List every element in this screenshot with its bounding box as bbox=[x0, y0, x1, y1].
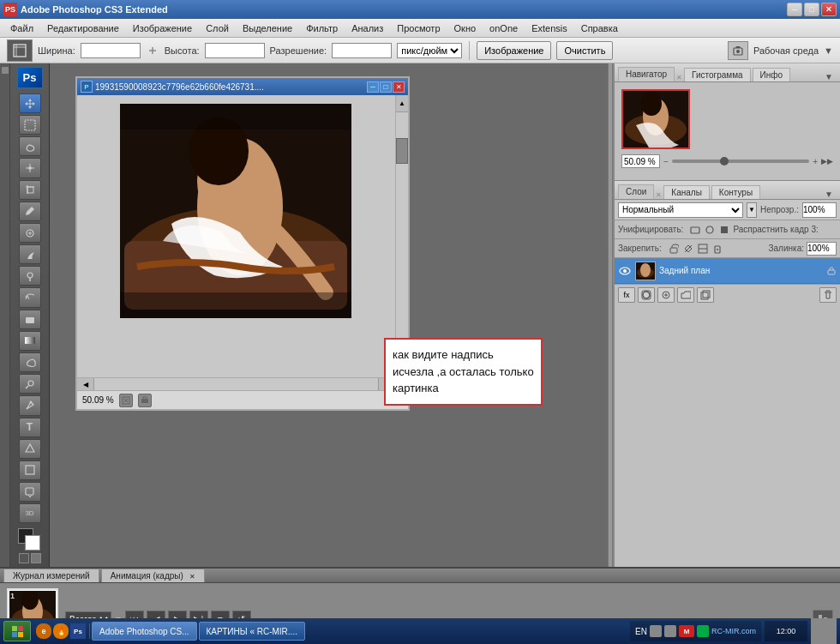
opacity-input[interactable] bbox=[802, 202, 837, 218]
layer-item-background[interactable]: Задний план bbox=[615, 258, 840, 284]
fill-input[interactable] bbox=[807, 242, 837, 256]
standard-mode[interactable] bbox=[19, 553, 29, 563]
doc-maximize-btn[interactable]: □ bbox=[380, 81, 392, 93]
lock-icon-2[interactable] bbox=[682, 243, 694, 255]
ff-icon[interactable]: 🔥 bbox=[53, 623, 69, 639]
blur-tool[interactable] bbox=[19, 352, 41, 372]
ps-taskbar-icon[interactable]: Ps bbox=[70, 623, 86, 639]
path-select-tool[interactable] bbox=[19, 439, 41, 459]
menu-image[interactable]: Изображение bbox=[126, 21, 199, 35]
height-input[interactable] bbox=[205, 43, 265, 58]
status-icon-1[interactable] bbox=[119, 394, 133, 407]
crop-tool[interactable] bbox=[19, 180, 41, 200]
close-button[interactable]: ✕ bbox=[821, 3, 837, 16]
unify-icon-3[interactable] bbox=[718, 224, 730, 236]
menu-help[interactable]: Справка bbox=[574, 21, 625, 35]
unify-icon-2[interactable] bbox=[704, 224, 716, 236]
pen-tool[interactable] bbox=[19, 395, 41, 415]
scrollbar-up-btn[interactable]: ▲ bbox=[396, 95, 408, 112]
tab-paths[interactable]: Контуры bbox=[711, 185, 760, 199]
nav-zoom-in-icon[interactable]: + bbox=[813, 157, 818, 166]
nav-zoom-slider[interactable] bbox=[672, 159, 809, 163]
delete-layer-btn[interactable] bbox=[819, 287, 837, 303]
unify-icon-1[interactable] bbox=[689, 224, 701, 236]
menu-onone[interactable]: onOne bbox=[483, 21, 525, 35]
history-brush-tool[interactable] bbox=[19, 287, 41, 307]
menu-select[interactable]: Выделение bbox=[236, 21, 299, 35]
blend-mode-arrow[interactable]: ▼ bbox=[747, 202, 757, 218]
brush-tool[interactable] bbox=[19, 244, 41, 264]
tab-channels[interactable]: Каналы bbox=[663, 185, 710, 199]
tab-info[interactable]: Инфо bbox=[753, 68, 791, 81]
quickmask-mode[interactable] bbox=[31, 553, 41, 563]
lock-icon-1[interactable] bbox=[668, 243, 680, 255]
3d-tool[interactable]: 3D bbox=[19, 503, 41, 523]
new-group-btn[interactable] bbox=[677, 287, 694, 303]
status-icon-2[interactable] bbox=[138, 394, 152, 407]
menu-bar: Файл Редактирование Изображение Слой Выд… bbox=[0, 19, 840, 38]
menu-view[interactable]: Просмотр bbox=[390, 21, 447, 35]
menu-filter[interactable]: Фильтр bbox=[299, 21, 345, 35]
tab-animation[interactable]: Анимация (кадры) ✕ bbox=[101, 569, 205, 582]
type-tool[interactable]: T bbox=[19, 418, 41, 437]
nav-zoom-out-icon[interactable]: − bbox=[663, 157, 669, 166]
add-style-btn[interactable]: fx bbox=[618, 287, 635, 303]
doc-canvas[interactable] bbox=[77, 95, 408, 390]
menu-window[interactable]: Окно bbox=[447, 21, 483, 35]
color-picker[interactable] bbox=[18, 528, 42, 550]
scrollbar-left-btn[interactable]: ◀ bbox=[77, 378, 94, 390]
show-desktop-btn[interactable] bbox=[811, 618, 837, 644]
tab-histogram[interactable]: Гистограмма bbox=[684, 68, 751, 81]
nav-right-icon[interactable]: ▶▶ bbox=[821, 157, 833, 166]
eyedropper-tool[interactable] bbox=[19, 202, 41, 221]
layers-panel-close[interactable]: ▼ bbox=[821, 190, 837, 199]
menu-file[interactable]: Файл bbox=[3, 21, 40, 35]
doc-scrollbar-horizontal[interactable]: ◀ ▶ bbox=[77, 377, 395, 390]
menu-layer[interactable]: Слой bbox=[199, 21, 236, 35]
new-adjustment-btn[interactable] bbox=[657, 287, 675, 303]
gradient-tool[interactable] bbox=[19, 331, 41, 351]
doc-close-btn[interactable]: ✕ bbox=[393, 81, 405, 93]
width-input[interactable] bbox=[81, 43, 141, 58]
healing-brush-tool[interactable] bbox=[19, 223, 41, 243]
start-button[interactable] bbox=[3, 621, 31, 641]
clone-stamp-tool[interactable] bbox=[19, 266, 41, 286]
lock-icon-4[interactable] bbox=[711, 243, 723, 255]
taskbar-item-browser[interactable]: КАРТИНЫ « RC-MIR.... bbox=[199, 622, 305, 641]
animation-tab-close[interactable]: ✕ bbox=[189, 573, 195, 581]
magic-wand-tool[interactable] bbox=[19, 158, 41, 178]
lasso-tool[interactable] bbox=[19, 136, 41, 156]
shape-tool[interactable] bbox=[19, 460, 41, 480]
new-layer-btn[interactable] bbox=[697, 287, 714, 303]
doc-minimize-btn[interactable]: ─ bbox=[367, 81, 379, 93]
resolution-input[interactable] bbox=[332, 43, 392, 58]
select-tool[interactable] bbox=[19, 115, 41, 135]
nav-thumbnail bbox=[621, 89, 690, 149]
navigator-panel-close[interactable]: ▼ bbox=[821, 72, 837, 81]
background-color[interactable] bbox=[25, 535, 40, 551]
tab-layers[interactable]: Слои bbox=[618, 184, 654, 199]
minimize-button[interactable]: ─ bbox=[787, 3, 802, 16]
dodge-tool[interactable] bbox=[19, 374, 41, 394]
clear-button[interactable]: Очистить bbox=[556, 41, 613, 60]
maximize-button[interactable]: □ bbox=[804, 3, 819, 16]
taskbar-item-photoshop[interactable]: Adobe Photoshop CS... bbox=[92, 622, 197, 641]
eraser-tool[interactable] bbox=[19, 310, 41, 329]
layer-visibility-toggle[interactable] bbox=[618, 264, 632, 278]
menu-edit[interactable]: Редактирование bbox=[40, 21, 126, 35]
tab-navigator[interactable]: Навигатор bbox=[618, 67, 675, 81]
tab-measurements[interactable]: Журнал измерений bbox=[3, 569, 99, 582]
image-button[interactable]: Изображение bbox=[477, 41, 551, 60]
ie-icon[interactable]: e bbox=[36, 623, 51, 639]
scrollbar-thumb[interactable] bbox=[396, 138, 408, 164]
menu-analysis[interactable]: Анализ bbox=[345, 21, 390, 35]
blend-mode-select[interactable]: Нормальный bbox=[618, 202, 743, 218]
workspace-dropdown-icon[interactable]: ▼ bbox=[824, 45, 833, 56]
lock-icon-3[interactable] bbox=[697, 243, 709, 255]
notes-tool[interactable] bbox=[19, 482, 41, 502]
nav-zoom-input[interactable] bbox=[621, 154, 660, 168]
resolution-unit-select[interactable]: пикс/дюйм bbox=[397, 43, 462, 58]
add-mask-btn[interactable] bbox=[638, 287, 655, 303]
menu-extensis[interactable]: Extensis bbox=[525, 21, 574, 35]
move-tool[interactable] bbox=[19, 93, 41, 113]
